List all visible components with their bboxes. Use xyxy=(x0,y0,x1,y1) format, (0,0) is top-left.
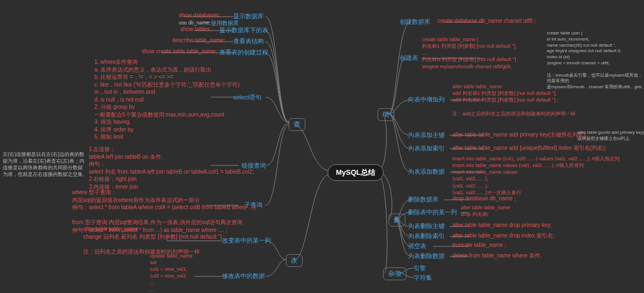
cmd-add-idx: alter table table_name add [unique|fullt… xyxy=(452,144,606,152)
sub-add-data[interactable]: 为表添加数据 xyxy=(408,168,445,176)
sub-create-table[interactable]: 创建表 xyxy=(400,54,418,62)
cmd-drop-pk: alter table table_name drop primary key; xyxy=(452,222,552,228)
sub-add-col[interactable]: 向表中增加列 xyxy=(408,95,445,104)
sub-update-data[interactable]: 修改表中的数据 xyxy=(222,272,265,280)
major-gai[interactable]: 改 xyxy=(286,254,303,267)
drop-col-lines: alter table table_namedrop 列名称; xyxy=(461,204,510,218)
cmd-show-create: show create table table_name; xyxy=(142,48,217,54)
cmd-drop-idx: alter table table_name drop index 索引名; xyxy=(452,232,555,240)
root-node[interactable]: MySQL总结 xyxy=(328,164,384,181)
cmd-add-pk: alter table table_name add primary key(主… xyxy=(452,131,587,139)
sub-create-db[interactable]: 创建数据库 xyxy=(400,18,430,26)
sub-drop-db[interactable]: 删除数据库 xyxy=(408,195,439,204)
add-col-lines: alter table table_nameadd 列名称1 列类型 [列参数]… xyxy=(452,83,576,117)
create-table-lines: create table table_name (列名称1 列类型 [列参数] … xyxy=(422,36,517,70)
create-table-example: create table user (id int auto_increment… xyxy=(547,31,644,90)
sub-drop-idx[interactable]: 为表删除索引 xyxy=(408,232,445,240)
sub-add-pk[interactable]: 为表添加主键 xyxy=(408,131,445,139)
sub-describe[interactable]: 查看表结构 xyxy=(233,37,264,46)
sub-charset[interactable]: 字符集 xyxy=(414,274,432,282)
sub-show-create[interactable]: 查看表的创建过程 xyxy=(219,48,268,57)
select-lines: 1. where条件查询a. 条件表达式的意义，表达式为真，则该行取出b. 比较… xyxy=(94,58,240,141)
sub-change-col[interactable]: 改变表中的某一列 xyxy=(222,236,271,245)
cmd-show-db: show databases; xyxy=(179,12,220,18)
sub-truncate[interactable]: 清空表 xyxy=(408,242,426,250)
cmd-create-db: create database db_name charset utf8 ; xyxy=(437,18,536,24)
add-pk-note: alter table goods add primary key(id) 该例… xyxy=(577,130,644,142)
sub-add-idx[interactable]: 为表添加索引 xyxy=(408,144,445,153)
cmd-truncate: truncate table_name ; xyxy=(452,242,506,248)
join-note: 左(右)连接都是以在左(右)边的表的数据为准，沿着左(右)表查右(左)表；内连接… xyxy=(3,151,86,178)
change-col-lines: alter table table_namechange 旧列名 新列名 列类型… xyxy=(83,225,225,255)
major-shan[interactable]: 删 xyxy=(389,214,405,226)
major-cha[interactable]: 查 xyxy=(289,118,305,131)
add-data-lines: insert into table_name (col1, col2……) va… xyxy=(452,155,620,196)
update-lines: update table_namesetcol1 = new_val1,col2… xyxy=(150,252,193,293)
join-lines: 1.左连接：tableA left join tableB on 条件;例句：s… xyxy=(89,145,254,190)
cmd-delete: delete from table_name where 条件; xyxy=(452,252,542,260)
sub-delete[interactable]: 为表删除数据 xyxy=(408,252,445,260)
sub-drop-col[interactable]: 删除表中的某一列 xyxy=(408,208,457,216)
major-zeng[interactable]: 增 xyxy=(378,108,394,121)
sub-engine[interactable]: 引擎 xyxy=(414,264,426,272)
cmd-drop-db: drop database db_name ; xyxy=(452,195,516,201)
sub-show-tables[interactable]: 显示数据库下的表 xyxy=(219,26,268,34)
cmd-show-tables: show tables ; xyxy=(180,26,213,32)
sub-drop-pk[interactable]: 为表删除主键 xyxy=(408,222,445,230)
major-za[interactable]: 杂项 xyxy=(383,267,406,280)
cmd-describe: describe table_name; xyxy=(172,37,225,43)
cmd-use-db: use db_name; xyxy=(179,19,210,26)
